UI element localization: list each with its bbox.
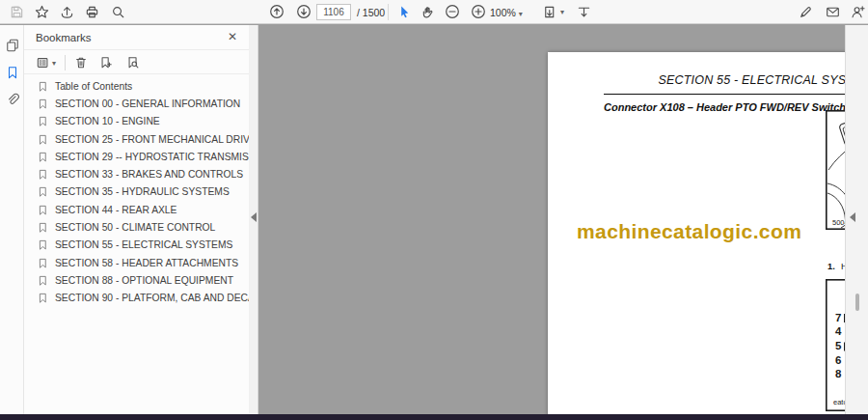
page-thumbnails-icon[interactable]	[4, 37, 20, 53]
pin-label: 5	[835, 340, 842, 351]
bookmark-label: SECTION 29 -- HYDROSTATIC TRANSMISSION	[55, 152, 249, 162]
star-bookmark-icon[interactable]	[33, 3, 50, 20]
select-tool-icon[interactable]	[395, 3, 413, 20]
bookmark-item-section-33[interactable]: SECTION 33 - BRAKES AND CONTROLS	[24, 165, 249, 182]
navigation-rail	[0, 25, 24, 414]
pin-label: 7	[835, 312, 841, 323]
expand-tools-panel-icon[interactable]	[850, 212, 855, 222]
vertical-scrollbar[interactable]	[855, 294, 859, 311]
bookmark-item-section-58[interactable]: SECTION 58 - HEADER ATTACHMENTS	[24, 254, 249, 271]
share-person-icon[interactable]	[849, 3, 866, 20]
fill-sign-pen-icon[interactable]	[797, 3, 814, 20]
bookmark-label: SECTION 55 - ELECTRICAL SYSTEMS	[55, 239, 232, 250]
share-upload-icon[interactable]	[58, 3, 75, 20]
header-rule	[604, 94, 868, 95]
bookmarks-title: Bookmarks	[36, 32, 92, 43]
bookmark-label: SECTION 35 - HYDRAULIC SYSTEMS	[55, 186, 230, 197]
close-icon[interactable]: ✕	[228, 30, 237, 43]
next-page-icon[interactable]	[295, 3, 312, 20]
pin-label: 4	[835, 325, 842, 337]
fit-width-icon[interactable]	[575, 3, 592, 20]
right-panel-strip	[845, 25, 868, 414]
panel-resize-strip[interactable]	[249, 25, 258, 414]
search-icon[interactable]	[109, 3, 126, 20]
delete-bookmark-icon[interactable]	[72, 54, 90, 71]
page-total-label: / 1500	[357, 7, 385, 18]
collapse-panel-icon[interactable]	[251, 212, 257, 222]
toolbar-divider	[65, 55, 66, 70]
top-toolbar: / 1500 100% ▾ ▾	[0, 0, 868, 24]
find-current-bookmark-icon[interactable]	[124, 54, 142, 71]
chevron-down-icon: ▾	[52, 59, 56, 68]
bookmark-label: Table of Contents	[55, 81, 132, 92]
add-bookmark-icon[interactable]	[97, 54, 115, 71]
taskbar-edge	[0, 414, 868, 420]
bookmarks-panel-icon[interactable]	[4, 64, 20, 80]
toolbar-divider	[388, 4, 389, 20]
connector-title: Connector X108 – Header PTO FWD/REV Swit…	[604, 101, 846, 113]
bookmark-item-section-55[interactable]: SECTION 55 - ELECTRICAL SYSTEMS	[24, 237, 249, 254]
watermark: machinecatalogic.com	[577, 220, 801, 243]
bookmark-label: SECTION 88 - OPTIONAL EQUIPMENT	[55, 275, 233, 286]
print-icon[interactable]	[83, 3, 100, 20]
bookmark-item-section-29[interactable]: SECTION 29 -- HYDROSTATIC TRANSMISSION	[24, 148, 249, 165]
bookmark-label: SECTION 44 - REAR AXLE	[55, 205, 176, 215]
bookmarks-toolbar: ▾	[24, 51, 249, 74]
bookmark-label: SECTION 58 - HEADER ATTACHMENTS	[55, 258, 238, 268]
bookmark-item-section-00[interactable]: SECTION 00 - GENERAL INFORMATION	[24, 95, 249, 112]
zoom-out-icon[interactable]	[444, 3, 461, 20]
bookmarks-header: Bookmarks ✕	[24, 25, 249, 50]
bookmark-label: SECTION 90 - PLATFORM, CAB AND DECALS	[55, 293, 249, 303]
zoom-in-icon[interactable]	[470, 3, 487, 20]
pin-label: 6	[835, 354, 841, 366]
zoom-level-value: 100%	[490, 7, 516, 18]
bookmark-label: SECTION 10 - ENGINE	[55, 116, 160, 126]
save-icon[interactable]	[8, 3, 25, 20]
bookmark-item-section-90[interactable]: SECTION 90 - PLATFORM, CAB AND DECALS	[24, 290, 249, 307]
zoom-level-select[interactable]: 100% ▾	[490, 7, 523, 18]
bookmark-item-section-88[interactable]: SECTION 88 - OPTIONAL EQUIPMENT	[24, 271, 249, 289]
hand-tool-icon[interactable]	[420, 3, 437, 20]
bookmarks-list: Table of Contents SECTION 00 - GENERAL I…	[24, 77, 249, 414]
bookmark-item-section-50[interactable]: SECTION 50 - CLIMATE CONTROL	[24, 218, 249, 236]
bookmark-label: SECTION 00 - GENERAL INFORMATION	[55, 98, 240, 109]
document-viewport[interactable]: SECTION 55 - ELECTRICAL SYSTEMS - CHAPTE…	[258, 25, 845, 414]
bookmark-item-section-44[interactable]: SECTION 44 - REAR AXLE	[24, 201, 249, 218]
attachments-icon[interactable]	[4, 91, 20, 107]
section-header: SECTION 55 - ELECTRICAL SYSTEMS - CHAPTE…	[604, 73, 868, 87]
chevron-down-icon: ▾	[519, 10, 523, 18]
bookmark-label: SECTION 50 - CLIMATE CONTROL	[55, 222, 215, 233]
pdf-page: SECTION 55 - ELECTRICAL SYSTEMS - CHAPTE…	[548, 52, 868, 420]
bookmark-label: SECTION 25 - FRONT MECHANICAL DRIVE	[55, 134, 249, 145]
bookmark-item-section-35[interactable]: SECTION 35 - HYDRAULIC SYSTEMS	[24, 183, 249, 201]
bookmark-item-section-10[interactable]: SECTION 10 - ENGINE	[24, 113, 249, 130]
page-number-input[interactable]	[316, 4, 351, 20]
pin-label: 8	[835, 368, 842, 379]
bookmark-options-icon[interactable]: ▾	[34, 54, 59, 71]
legend-number: 1.	[827, 262, 841, 271]
bookmark-item-toc[interactable]: Table of Contents	[24, 77, 249, 95]
previous-page-icon[interactable]	[268, 3, 285, 20]
bookmark-label: SECTION 33 - BRAKES AND CONTROLS	[55, 169, 243, 180]
bookmarks-panel: Bookmarks ✕ ▾ Table of Contents SECTION …	[24, 25, 249, 414]
email-icon[interactable]	[824, 3, 841, 20]
chevron-down-icon[interactable]: ▾	[557, 3, 567, 20]
fit-page-icon[interactable]	[540, 3, 557, 20]
bookmark-item-section-25[interactable]: SECTION 25 - FRONT MECHANICAL DRIVE	[24, 130, 249, 148]
